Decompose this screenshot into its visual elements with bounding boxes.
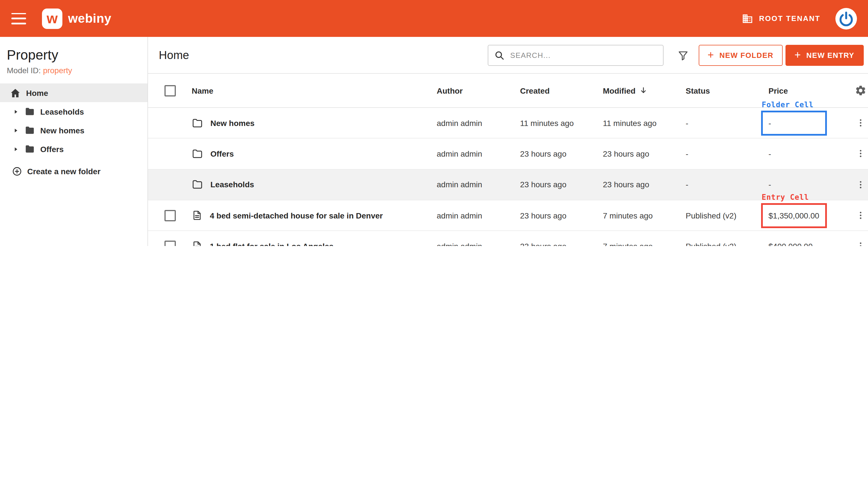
user-avatar[interactable] xyxy=(835,8,857,29)
row-name[interactable]: Leaseholds xyxy=(210,180,254,189)
model-id: Model ID: property xyxy=(0,63,148,83)
row-name[interactable]: 4 bed semi-detached house for sale in De… xyxy=(210,211,383,220)
row-modified: 7 minutes ago xyxy=(603,242,686,246)
price-cell: Entry Cell $1,350,000.00 xyxy=(761,203,827,228)
row-price: $400,000.00 xyxy=(768,242,813,246)
row-price: - xyxy=(768,149,771,158)
row-price: - xyxy=(768,180,771,189)
row-menu-button[interactable] xyxy=(854,239,868,246)
row-menu-button[interactable] xyxy=(854,208,868,222)
annotation-label: Folder Cell xyxy=(762,100,814,109)
row-status: Published (v2) xyxy=(686,242,768,246)
sidebar-item-new-homes[interactable]: New homes xyxy=(0,121,148,140)
new-entry-button[interactable]: + NEW ENTRY xyxy=(786,45,864,66)
column-header-price[interactable]: Price xyxy=(768,86,853,95)
row-menu-button[interactable] xyxy=(854,177,868,192)
entries-table: Name Author Created Modified Status Pric… xyxy=(148,74,868,246)
table-row[interactable]: New homes admin admin 11 minutes ago 11 … xyxy=(148,108,868,139)
create-folder-button[interactable]: Create a new folder xyxy=(0,164,148,179)
sidebar-item-leaseholds[interactable]: Leaseholds xyxy=(0,102,148,121)
webiny-logo-text: webiny xyxy=(68,11,111,26)
row-name[interactable]: 1 bed flat for sale in Los Angeles xyxy=(210,242,334,246)
expand-caret-icon[interactable] xyxy=(12,126,19,134)
row-checkbox[interactable] xyxy=(164,241,176,246)
row-price: $1,350,000.00 xyxy=(768,211,819,220)
row-author: admin admin xyxy=(437,149,520,158)
webiny-logo-mark-icon: w xyxy=(42,8,62,29)
page-title: Home xyxy=(159,49,189,62)
document-icon xyxy=(192,241,203,246)
row-menu-button[interactable] xyxy=(854,116,868,130)
webiny-logo[interactable]: w webiny xyxy=(42,8,111,29)
folder-icon xyxy=(24,106,35,117)
row-modified: 23 hours ago xyxy=(603,180,686,189)
folder-icon xyxy=(192,117,203,128)
price-cell: - xyxy=(768,141,771,166)
model-id-value: property xyxy=(43,66,72,75)
column-header-modified[interactable]: Modified xyxy=(603,86,686,95)
sidebar-item-home[interactable]: Home xyxy=(0,83,148,102)
column-header-status[interactable]: Status xyxy=(686,86,768,95)
table-header: Name Author Created Modified Status Pric… xyxy=(148,74,868,108)
page-header: Home + NEW FOLDER xyxy=(148,37,868,74)
hamburger-menu-icon[interactable] xyxy=(11,13,26,24)
row-created: 23 hours ago xyxy=(520,242,603,246)
expand-caret-icon[interactable] xyxy=(12,108,19,115)
main-content: Home + NEW FOLDER xyxy=(148,37,868,246)
row-modified: 23 hours ago xyxy=(603,149,686,158)
row-status: - xyxy=(686,149,768,158)
table-row[interactable]: 1 bed flat for sale in Los Angeles admin… xyxy=(148,231,868,246)
circle-plus-icon xyxy=(12,166,22,176)
tenant-label: ROOT TENANT xyxy=(759,14,820,23)
model-id-label: Model ID: xyxy=(7,66,41,75)
row-created: 23 hours ago xyxy=(520,211,603,220)
column-header-author[interactable]: Author xyxy=(437,86,520,95)
search-input[interactable] xyxy=(509,50,657,60)
column-header-name[interactable]: Name xyxy=(192,86,437,95)
sidebar-item-label: New homes xyxy=(40,126,84,135)
row-name[interactable]: New homes xyxy=(210,118,255,127)
table-row[interactable]: Leaseholds admin admin 23 hours ago 23 h… xyxy=(148,169,868,200)
document-icon xyxy=(192,210,203,221)
row-status: Published (v2) xyxy=(686,211,768,220)
price-cell: $400,000.00 xyxy=(768,234,813,246)
row-author: admin admin xyxy=(437,211,520,220)
filter-icon[interactable] xyxy=(677,49,689,61)
app-window: w webiny ROOT TENANT Property Model ID: xyxy=(0,0,868,246)
table-row[interactable]: Offers admin admin 23 hours ago 23 hours… xyxy=(148,139,868,170)
folder-icon xyxy=(192,179,203,190)
row-author: admin admin xyxy=(437,118,520,127)
new-folder-label: NEW FOLDER xyxy=(719,51,773,59)
search-box xyxy=(488,45,663,66)
folder-icon xyxy=(24,144,35,154)
sidebar-item-label: Home xyxy=(26,88,48,97)
row-menu-button[interactable] xyxy=(854,147,868,161)
plus-icon: + xyxy=(708,49,714,60)
row-status: - xyxy=(686,118,768,127)
expand-caret-icon[interactable] xyxy=(12,145,19,153)
price-cell: Folder Cell - xyxy=(761,110,827,136)
top-bar: w webiny ROOT TENANT xyxy=(0,0,868,37)
row-author: admin admin xyxy=(437,242,520,246)
new-folder-button[interactable]: + NEW FOLDER xyxy=(699,45,783,66)
row-author: admin admin xyxy=(437,180,520,189)
select-all-checkbox[interactable] xyxy=(164,85,176,96)
model-title: Property xyxy=(0,47,148,63)
sidebar-item-offers[interactable]: Offers xyxy=(0,140,148,158)
tenant-selector[interactable]: ROOT TENANT xyxy=(742,13,820,24)
row-status: - xyxy=(686,180,768,189)
plus-icon: + xyxy=(794,49,801,60)
annotation-label: Entry Cell xyxy=(762,193,809,201)
table-settings-gear-icon[interactable] xyxy=(855,84,867,96)
table-body: New homes admin admin 11 minutes ago 11 … xyxy=(148,108,868,246)
home-icon xyxy=(10,87,21,98)
table-row[interactable]: 4 bed semi-detached house for sale in De… xyxy=(148,200,868,231)
row-checkbox[interactable] xyxy=(164,210,176,221)
column-header-created[interactable]: Created xyxy=(520,86,603,95)
create-folder-label: Create a new folder xyxy=(27,167,100,176)
row-created: 23 hours ago xyxy=(520,149,603,158)
row-price: - xyxy=(768,118,771,127)
row-name[interactable]: Offers xyxy=(210,149,234,158)
sort-descending-icon xyxy=(639,86,648,95)
sidebar-item-label: Leaseholds xyxy=(40,107,84,116)
